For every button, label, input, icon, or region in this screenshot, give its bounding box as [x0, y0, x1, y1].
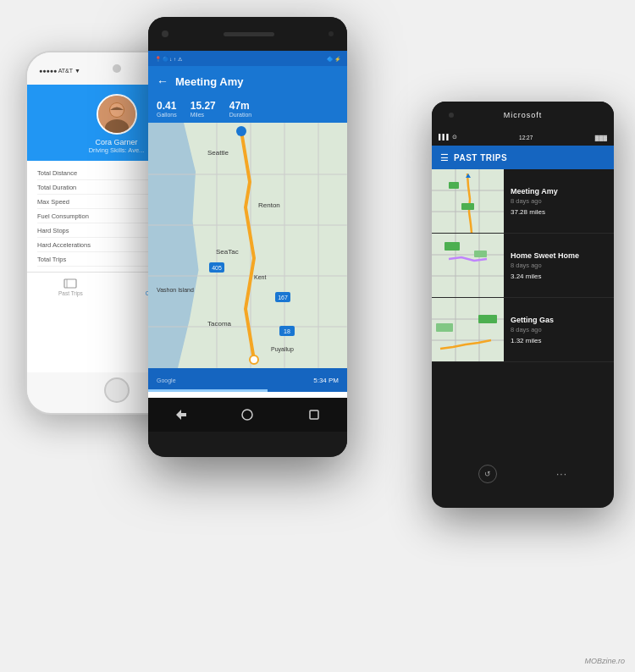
svg-rect-40: [474, 251, 487, 257]
winphone-signal: ▌▌▌ ⊙: [439, 134, 457, 140]
android-recents-button[interactable]: [306, 406, 323, 423]
iphone-carrier: ●●●●● AT&T ▼: [39, 68, 80, 74]
svg-rect-25: [310, 410, 318, 419]
svg-rect-34: [432, 234, 504, 297]
svg-text:167: 167: [278, 295, 288, 300]
svg-text:Renton: Renton: [258, 201, 280, 209]
android-nav-buttons: [148, 398, 347, 432]
tab-past-trips-label: Past Trips: [58, 290, 83, 296]
winphone-top: Microsoft: [432, 102, 614, 129]
svg-text:18: 18: [284, 328, 290, 334]
google-label: Google: [157, 377, 176, 383]
android-status-right: 🔷 ⚡: [327, 56, 340, 62]
watermark: MOBzine.ro: [584, 657, 625, 665]
stat-label: Fuel Consumption: [37, 212, 89, 220]
winphone-header: ☰ PAST TRIPS: [432, 146, 614, 169]
svg-rect-31: [449, 182, 459, 189]
trip-item-2[interactable]: Home Sweet Home 8 days ago 3.24 miles: [432, 234, 614, 298]
svg-marker-23: [176, 410, 186, 420]
trip-item-1[interactable]: Meeting Amy 8 days ago 37.28 miles: [432, 169, 614, 234]
stat-label: Hard Accelerations: [37, 241, 91, 249]
android-speaker: [224, 32, 274, 36]
trip-date-3: 8 days ago: [511, 326, 607, 333]
svg-rect-4: [64, 279, 76, 288]
winphone-camera: [449, 113, 454, 118]
android-sensor: [329, 31, 334, 36]
svg-point-8: [236, 126, 246, 136]
map-footer: Google 5:34 PM: [148, 368, 347, 392]
iphone-camera: [113, 64, 121, 73]
android-home-button[interactable]: [239, 406, 256, 423]
android-device: 📍 🔵 ↓ ↑ ⚠ 🔷 ⚡ ← Meeting Amy 0.41 Gallons…: [148, 17, 347, 457]
winphone-more-button[interactable]: ···: [556, 468, 567, 480]
svg-text:Seattle: Seattle: [207, 149, 229, 157]
map-stats-bar: 0.41 Gallons 15.27 Miles 47m Duration: [148, 96, 347, 123]
winphone-refresh-button[interactable]: ↺: [478, 465, 497, 483]
svg-rect-47: [478, 315, 497, 323]
winphone-time: 12:27: [519, 135, 533, 140]
trip-info-3: Getting Gas 8 days ago 1.32 miles: [504, 298, 614, 361]
user-name: Cora Garner: [95, 138, 137, 146]
duration-label: Duration: [229, 112, 251, 118]
android-screen: 📍 🔵 ↓ ↑ ⚠ 🔷 ⚡ ← Meeting Amy 0.41 Gallons…: [148, 51, 347, 398]
svg-text:Kent: Kent: [254, 274, 266, 280]
trip-miles-2: 3.24 miles: [511, 273, 607, 280]
svg-text:405: 405: [212, 265, 222, 271]
trip-name-1: Meeting Amy: [511, 187, 607, 196]
trip-name-2: Home Sweet Home: [511, 251, 607, 260]
stat-label: Total Duration: [37, 184, 76, 191]
map-stat-miles: 15.27 Miles: [190, 100, 216, 118]
gallons-label: Gallons: [157, 112, 177, 118]
android-nav-bar: ← Meeting Amy: [148, 66, 347, 96]
trip-miles-1: 37.28 miles: [511, 208, 607, 216]
trip-info-2: Home Sweet Home 8 days ago 3.24 miles: [504, 234, 614, 297]
svg-text:Vashon Island: Vashon Island: [157, 287, 194, 293]
trip-map-1: [432, 169, 504, 233]
svg-text:Tacoma: Tacoma: [207, 320, 232, 328]
android-back-button[interactable]: [173, 406, 190, 423]
trip-map-3: [432, 298, 504, 361]
back-button[interactable]: ←: [157, 74, 168, 88]
android-nav-title: Meeting Amy: [175, 75, 243, 88]
hamburger-icon[interactable]: ☰: [440, 152, 449, 163]
gallons-value: 0.41: [157, 100, 176, 112]
driving-skills: Driving Skills: Ave...: [89, 146, 145, 154]
stat-label: Max Speed: [37, 198, 69, 206]
stat-label: Hard Stops: [37, 227, 69, 234]
trip-date-1: 8 days ago: [511, 197, 607, 205]
android-status-bar: 📍 🔵 ↓ ↑ ⚠ 🔷 ⚡: [148, 51, 347, 66]
svg-rect-39: [444, 242, 460, 251]
iphone-home-button[interactable]: [104, 377, 130, 403]
winphone-battery: ▓▓▓: [595, 135, 607, 140]
stat-label: Total Distance: [37, 169, 77, 177]
android-top-bar: [148, 17, 347, 51]
trip-name-3: Getting Gas: [511, 316, 607, 324]
winphone-header-title: PAST TRIPS: [454, 153, 507, 162]
map-stat-gallons: 0.41 Gallons: [157, 100, 177, 118]
tab-past-trips[interactable]: Past Trips: [58, 278, 83, 296]
trip-map-2: [432, 234, 504, 297]
svg-text:SeaTac: SeaTac: [216, 248, 239, 256]
android-camera: [162, 30, 168, 37]
miles-value: 15.27: [190, 100, 216, 112]
winphone-bottom-bar: ↺ ···: [432, 459, 614, 488]
winphone-status-bar: ▌▌▌ ⊙ 12:27 ▓▓▓: [432, 129, 614, 146]
svg-text:Puyallup: Puyallup: [271, 346, 294, 353]
past-trips-icon: [64, 278, 77, 289]
trip-time: 5:34 PM: [313, 377, 339, 384]
svg-rect-46: [436, 323, 453, 332]
svg-point-24: [242, 410, 252, 420]
winphone-screen: ▌▌▌ ⊙ 12:27 ▓▓▓ ☰ PAST TRIPS: [432, 129, 614, 459]
miles-label: Miles: [190, 112, 204, 118]
avatar-image: [98, 96, 135, 133]
trip-item-3[interactable]: Getting Gas 8 days ago 1.32 miles: [432, 298, 614, 362]
progress-bar: [148, 389, 268, 392]
map-stat-duration: 47m Duration: [229, 100, 251, 118]
svg-point-9: [250, 355, 258, 364]
windows-phone-device: Microsoft ▌▌▌ ⊙ 12:27 ▓▓▓ ☰ PAST TRIPS: [432, 102, 614, 508]
duration-value: 47m: [229, 100, 250, 112]
scene: ●●●●● AT&T ▼ 12:06 PM Cora Garner Drivin…: [0, 0, 635, 672]
route-svg: Seattle Renton SeaTac Kent Tacoma Puyall…: [148, 123, 347, 368]
trip-info-1: Meeting Amy 8 days ago 37.28 miles: [504, 169, 614, 233]
android-status-icons: 📍 🔵 ↓ ↑ ⚠: [155, 56, 182, 62]
